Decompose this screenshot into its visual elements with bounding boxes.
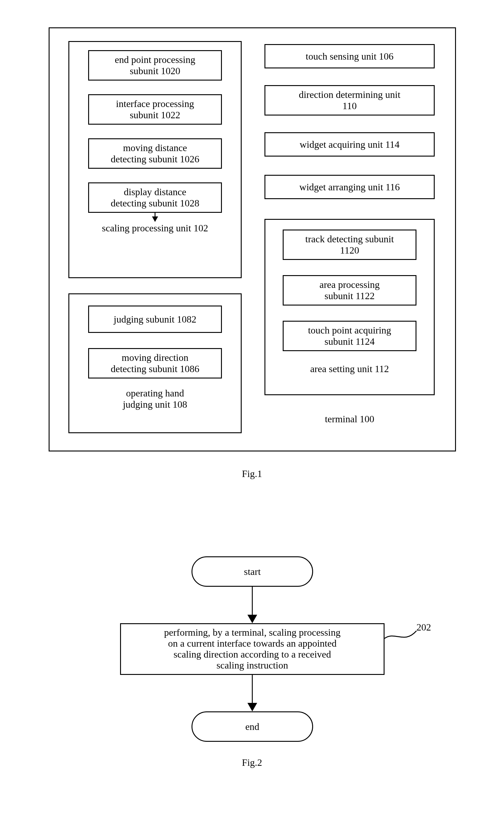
moving-direction-detecting-subunit-label-l2: detecting subunit 1086 (111, 363, 199, 374)
interface-processing-subunit-label-l2: subunit 1022 (130, 109, 180, 121)
widget-arranging-unit-box: widget arranging unit 116 (264, 175, 435, 199)
flow-step-text-l4: scaling instruction (216, 660, 288, 671)
flow-end-node: end (191, 711, 313, 742)
widget-acquiring-unit-box: widget acquiring unit 114 (264, 132, 435, 157)
end-point-processing-subunit-label-l2: subunit 1020 (130, 65, 180, 77)
operating-hand-judging-unit-label-l2: judging unit 108 (123, 399, 187, 410)
area-processing-subunit-box: area processing subunit 1122 (283, 275, 417, 305)
terminal-label: terminal 100 (264, 413, 435, 425)
touch-point-acquiring-subunit-box: touch point acquiring subunit 1124 (283, 321, 417, 351)
flow-step-text-l1: performing, by a terminal, scaling proce… (164, 627, 340, 638)
track-detecting-subunit-box: track detecting subunit 1120 (283, 230, 417, 260)
display-distance-detecting-subunit-box: display distance detecting subunit 1028 (88, 182, 222, 213)
flow-start-label: start (244, 566, 260, 577)
interface-processing-subunit-box: interface processing subunit 1022 (88, 94, 222, 125)
judging-subunit-box: judging subunit 1082 (88, 305, 222, 333)
track-detecting-subunit-label-l1: track detecting subunit (305, 233, 394, 245)
moving-distance-detecting-subunit-label-l2: detecting subunit 1026 (111, 154, 199, 165)
end-point-processing-subunit-label-l1: end point processing (115, 54, 195, 65)
svg-marker-3 (247, 615, 257, 623)
display-distance-detecting-subunit-label-l2: detecting subunit 1028 (111, 197, 199, 209)
svg-marker-5 (247, 703, 257, 711)
fig2-caption: Fig.2 (0, 757, 504, 768)
flow-step-box: performing, by a terminal, scaling proce… (120, 623, 385, 675)
fig1-caption: Fig.1 (0, 468, 504, 479)
end-point-processing-subunit-box: end point processing subunit 1020 (88, 50, 222, 80)
direction-determining-unit-label-l2: 110 (342, 100, 357, 112)
callout-202-label: 202 (417, 622, 447, 633)
widget-arranging-unit-label: widget arranging unit 116 (300, 181, 400, 193)
operating-hand-judging-unit-label: operating hand judging unit 108 (68, 388, 242, 410)
operating-hand-judging-unit-label-l1: operating hand (126, 388, 184, 399)
display-distance-detecting-subunit-label-l1: display distance (124, 186, 186, 197)
direction-determining-unit-box: direction determining unit 110 (264, 85, 435, 116)
touch-point-acquiring-subunit-label-l2: subunit 1124 (324, 336, 375, 347)
moving-distance-detecting-subunit-label-l1: moving distance (123, 142, 187, 154)
interface-processing-subunit-label-l1: interface processing (116, 98, 194, 109)
flow-end-label: end (245, 721, 259, 732)
touch-point-acquiring-subunit-label-l1: touch point acquiring (308, 325, 391, 336)
moving-direction-detecting-subunit-box: moving direction detecting subunit 1086 (88, 348, 222, 378)
flow-step-text-l3: scaling direction according to a receive… (174, 649, 331, 660)
touch-sensing-unit-box: touch sensing unit 106 (264, 44, 435, 68)
moving-distance-detecting-subunit-box: moving distance detecting subunit 1026 (88, 138, 222, 169)
direction-determining-unit-label-l1: direction determining unit (299, 89, 400, 100)
flow-step-text-l2: on a current interface towards an appoin… (168, 638, 336, 649)
area-processing-subunit-label-l1: area processing (319, 279, 380, 290)
judging-subunit-label: judging subunit 1082 (114, 314, 196, 325)
scaling-processing-unit-label: scaling processing unit 102 (68, 223, 242, 234)
moving-direction-detecting-subunit-label-l1: moving direction (122, 352, 188, 363)
widget-acquiring-unit-label: widget acquiring unit 114 (300, 139, 400, 150)
touch-sensing-unit-label: touch sensing unit 106 (306, 51, 394, 62)
flow-start-node: start (191, 556, 313, 587)
area-setting-unit-label: area setting unit 112 (264, 363, 435, 374)
track-detecting-subunit-label-l2: 1120 (340, 245, 359, 256)
area-processing-subunit-label-l2: subunit 1122 (324, 290, 375, 302)
